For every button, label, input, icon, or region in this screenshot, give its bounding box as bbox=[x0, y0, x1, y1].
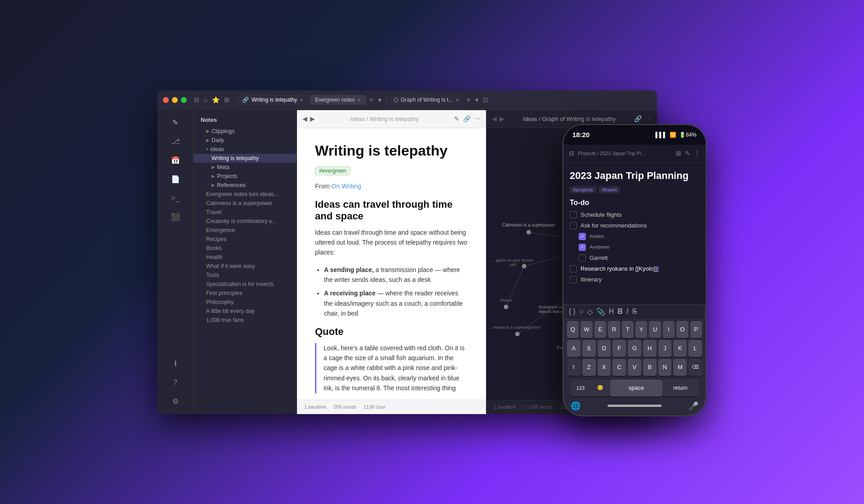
todo-checkbox-keiko[interactable] bbox=[579, 233, 586, 240]
todo-item-keiko[interactable]: Keiko bbox=[570, 233, 699, 240]
key-o[interactable]: O bbox=[676, 321, 688, 338]
layout-icon[interactable]: ⊞ bbox=[224, 96, 230, 103]
nav-back-icon[interactable]: ◀ bbox=[302, 115, 307, 122]
phone-more-icon[interactable]: ⋮ bbox=[694, 150, 700, 157]
tree-item-creativity[interactable]: Creativity is combinatory u... bbox=[194, 217, 297, 226]
key-backspace[interactable]: ⌫ bbox=[688, 359, 702, 376]
sidebar-icon-terminal[interactable]: >_ bbox=[167, 190, 184, 206]
edit-icon[interactable]: ✎ bbox=[454, 115, 459, 122]
key-return[interactable]: return bbox=[662, 379, 698, 397]
kb-bold-icon[interactable]: B bbox=[617, 308, 623, 316]
key-u[interactable]: U bbox=[649, 321, 661, 338]
key-e[interactable]: E bbox=[594, 321, 606, 338]
nav-forward-icon[interactable]: ▶ bbox=[310, 115, 315, 122]
graph-backlink[interactable]: 1 backlink bbox=[494, 404, 516, 410]
key-n[interactable]: N bbox=[658, 359, 672, 376]
tab-options-icon[interactable]: ▾ bbox=[473, 94, 480, 105]
key-y[interactable]: Y bbox=[635, 321, 647, 338]
more-icon[interactable]: ⋯ bbox=[474, 115, 481, 122]
key-q[interactable]: Q bbox=[567, 321, 579, 338]
key-p[interactable]: P bbox=[690, 321, 702, 338]
backlink-count[interactable]: 1 backlink bbox=[304, 404, 326, 410]
kb-heading-icon[interactable]: H bbox=[609, 308, 614, 316]
key-k[interactable]: K bbox=[673, 340, 687, 357]
key-numbers[interactable]: 123 bbox=[571, 379, 590, 397]
todo-checkbox-ryokans[interactable] bbox=[570, 265, 577, 272]
todo-item-andrew[interactable]: Andrew bbox=[570, 244, 699, 251]
sidebar-icon-help[interactable]: ? bbox=[167, 375, 184, 391]
tree-item-tools[interactable]: Tools bbox=[194, 271, 297, 280]
phone-tag-travel[interactable]: #travel bbox=[599, 186, 620, 193]
maximize-button[interactable] bbox=[181, 97, 187, 103]
key-a[interactable]: A bbox=[567, 340, 580, 357]
tab-dropdown-icon[interactable]: ▾ bbox=[376, 94, 383, 106]
star-icon[interactable]: ⭐ bbox=[212, 96, 220, 103]
sidebar-icon-settings[interactable]: ⚙ bbox=[167, 393, 184, 410]
phone-layout-icon[interactable]: ⊞ bbox=[676, 150, 681, 157]
todo-text-ryokans[interactable]: Research ryokans in [[Kyoto]] bbox=[580, 265, 658, 272]
graph-link-icon[interactable]: 🔗 bbox=[634, 115, 642, 122]
key-r[interactable]: R bbox=[608, 321, 620, 338]
tab-add-button[interactable]: + bbox=[367, 94, 375, 106]
graph-tab-add[interactable]: + bbox=[464, 94, 472, 106]
tree-item-clippings[interactable]: ▶ Clippings bbox=[194, 127, 297, 136]
node-superorganism[interactable] bbox=[515, 332, 520, 336]
key-t[interactable]: T bbox=[622, 321, 634, 338]
tree-item-little-bit[interactable]: A little bit every day bbox=[194, 307, 297, 316]
key-f[interactable]: F bbox=[612, 340, 626, 357]
tree-item-health[interactable]: Health bbox=[194, 253, 297, 262]
tree-item-specialization[interactable]: Specialization is for insects bbox=[194, 280, 297, 289]
sidebar-icon-block[interactable]: ⬛ bbox=[167, 209, 184, 225]
kb-circle-icon[interactable]: ○ bbox=[579, 308, 584, 316]
key-space[interactable]: space bbox=[610, 379, 662, 397]
phone-edit-icon[interactable]: ✎ bbox=[685, 150, 690, 157]
key-h[interactable]: H bbox=[643, 340, 657, 357]
content-body[interactable]: Writing is telepathy #evergreen From On … bbox=[297, 128, 486, 400]
kb-attach-icon[interactable]: 📎 bbox=[596, 308, 605, 316]
tree-item-daily[interactable]: ▶ Daily bbox=[194, 136, 297, 145]
search-icon[interactable]: ⌕ bbox=[204, 96, 207, 103]
node-letter-former[interactable] bbox=[522, 264, 526, 268]
key-i[interactable]: I bbox=[663, 321, 675, 338]
sidebar-icon-info[interactable]: ℹ bbox=[167, 356, 184, 372]
tree-item-references[interactable]: ▶ References bbox=[194, 181, 297, 190]
tree-item-writing-telepathy[interactable]: Writing is telepathy bbox=[194, 154, 297, 163]
tag-evergreen[interactable]: #evergreen bbox=[315, 166, 351, 175]
tree-item-evergreen-turn[interactable]: Evergreen notes turn ideas... bbox=[194, 190, 297, 199]
tab-writing-telepathy[interactable]: 🔗 Writing is telepathy ✕ bbox=[237, 95, 309, 105]
node-chasm[interactable] bbox=[504, 304, 508, 309]
key-w[interactable]: W bbox=[580, 321, 592, 338]
tree-item-meta[interactable]: ▶ Meta bbox=[194, 163, 297, 172]
tree-item-books[interactable]: Books bbox=[194, 244, 297, 253]
key-l[interactable]: L bbox=[688, 340, 702, 357]
tree-item-recipes[interactable]: Recipes bbox=[194, 235, 297, 244]
tab-graph-close-icon[interactable]: ✕ bbox=[455, 98, 459, 103]
breadcrumb-root[interactable]: Ideas bbox=[350, 116, 364, 122]
key-v[interactable]: V bbox=[628, 359, 641, 376]
sidebar-icon-calendar[interactable]: 📅 bbox=[167, 152, 184, 169]
tree-item-calmness[interactable]: Calmness is a superpower bbox=[194, 199, 297, 208]
tree-item-true-fans[interactable]: 1,000 true fans bbox=[194, 316, 297, 325]
minimize-button[interactable] bbox=[172, 97, 178, 103]
graph-nav-back[interactable]: ◀ bbox=[492, 115, 497, 122]
kb-braces-icon[interactable]: { } bbox=[569, 308, 576, 316]
todo-checkbox-garrett[interactable] bbox=[579, 254, 586, 262]
todo-item-itinerary[interactable]: Itinerary bbox=[570, 276, 699, 283]
key-s[interactable]: S bbox=[582, 340, 596, 357]
tab-graph[interactable]: ⬡ Graph of Writing is t... ✕ bbox=[389, 95, 464, 105]
key-j[interactable]: J bbox=[658, 340, 672, 357]
todo-item-flights[interactable]: Schedule flights bbox=[570, 211, 699, 219]
todo-checkbox-recommendations[interactable] bbox=[570, 222, 577, 229]
kb-strikethrough-icon[interactable]: S bbox=[632, 308, 637, 316]
key-g[interactable]: G bbox=[628, 340, 641, 357]
phone-content[interactable]: 2023 Japan Trip Planning #projects #trav… bbox=[563, 163, 706, 304]
link-icon[interactable]: 🔗 bbox=[463, 115, 471, 122]
todo-checkbox-itinerary[interactable] bbox=[570, 276, 577, 283]
tree-item-travel[interactable]: Travel bbox=[194, 208, 297, 217]
tree-item-emergence[interactable]: Emergence bbox=[194, 226, 297, 235]
kb-italic-icon[interactable]: I bbox=[626, 308, 628, 316]
todo-checkbox-flights[interactable] bbox=[570, 211, 577, 219]
sidebar-icon-compose[interactable]: ✎ bbox=[167, 115, 184, 131]
key-z[interactable]: Z bbox=[582, 359, 596, 376]
key-x[interactable]: X bbox=[598, 359, 611, 376]
